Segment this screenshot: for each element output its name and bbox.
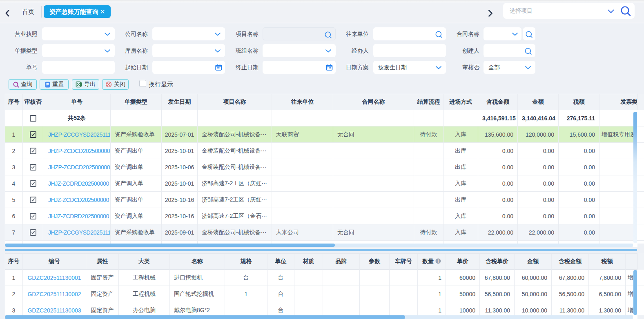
- svg-text:i: i: [438, 259, 439, 263]
